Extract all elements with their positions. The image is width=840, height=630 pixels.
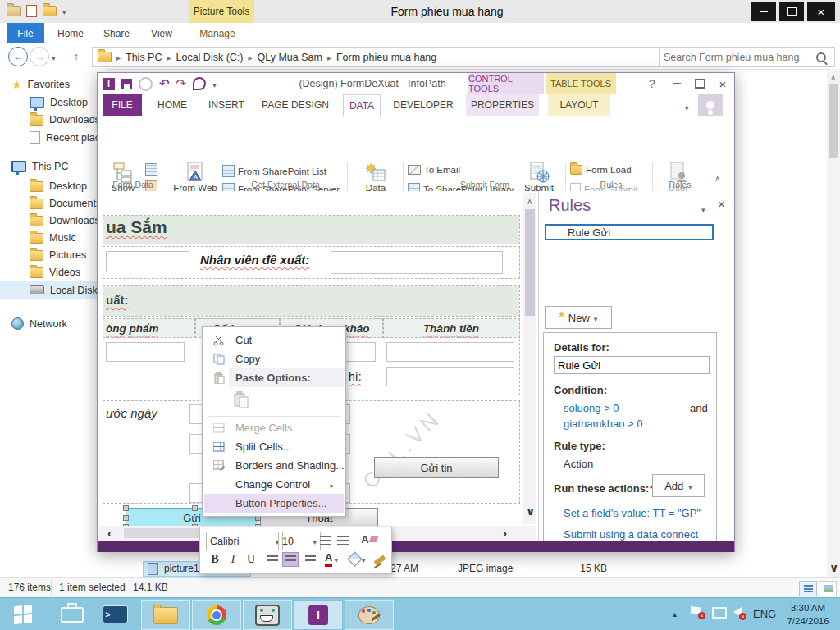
bold-button[interactable]: B (207, 552, 223, 567)
form-load-button[interactable]: Form Load (570, 165, 632, 175)
canvas-vscrollbar[interactable] (523, 193, 536, 524)
tab-file[interactable]: File (7, 23, 44, 43)
menu-item-borders-shading[interactable]: Borders and Shading... (204, 456, 344, 475)
redo-icon[interactable] (176, 76, 187, 91)
align-right-button[interactable] (302, 552, 318, 567)
menu-item-split-cells[interactable]: Split Cells... (204, 437, 344, 456)
font-color-dropdown-icon[interactable] (334, 553, 338, 565)
send-message-button[interactable]: Gửi tin (374, 457, 499, 478)
sidebar-item-documents[interactable]: Documents (30, 198, 101, 209)
action-link-2[interactable]: Submit using a data connect (564, 528, 698, 541)
sidebar-item-local-disk[interactable]: Local Disk (C:) (0, 281, 105, 299)
sidebar-this-pc[interactable]: This PC (11, 161, 68, 172)
explorer-app-icon[interactable] (7, 6, 21, 16)
qat-properties-icon[interactable] (26, 5, 37, 17)
new-rule-button[interactable]: * New (545, 306, 612, 329)
italic-button[interactable]: I (225, 552, 241, 567)
explorer-close-button[interactable] (807, 2, 835, 21)
breadcrumb-local-disk[interactable]: Local Disk (C:) (176, 52, 244, 63)
menu-item-cut[interactable]: Cut (204, 331, 344, 349)
history-dropdown-icon[interactable] (52, 51, 56, 63)
thumbnail-view-button[interactable] (819, 581, 837, 596)
underline-button[interactable]: U (243, 552, 259, 567)
decrease-indent-button[interactable] (317, 532, 333, 547)
search-box[interactable] (660, 47, 835, 67)
infopath-titlebar[interactable]: I (Design) FormDeXuat - InfoPath CONTROL… (98, 73, 734, 94)
employee-left-field[interactable] (106, 251, 189, 272)
up-button[interactable] (67, 47, 85, 65)
tab-ip-data[interactable]: DATA (343, 94, 381, 116)
condition-link-2[interactable]: giathamkhao > 0 (564, 418, 642, 430)
form-header-band[interactable]: ua Sắm (103, 216, 519, 244)
menu-item-change-control[interactable]: Change Control (204, 475, 344, 494)
sidebar-item-desktop[interactable]: Desktop (30, 97, 88, 108)
add-action-button[interactable]: Add (652, 474, 705, 497)
action-link-1[interactable]: Set a field's value: TT = "GP" (564, 507, 701, 519)
scrollbar-thumb[interactable] (829, 84, 838, 158)
qat-dropdown-icon[interactable] (212, 78, 217, 90)
ribbon-options-icon[interactable] (685, 101, 689, 113)
details-view-button[interactable] (799, 581, 817, 596)
sidebar-item-pc-desktop[interactable]: Desktop (30, 180, 87, 192)
search-icon[interactable] (816, 52, 826, 62)
refresh-fields-icon[interactable] (145, 163, 158, 176)
breadcrumb-form-phieu[interactable]: Form phieu mua hang (336, 52, 436, 63)
tab-manage[interactable]: Manage (192, 23, 243, 43)
taskbar-toolbox-button[interactable] (54, 598, 90, 630)
sidebar-item-pc-downloads[interactable]: Downloads (30, 215, 100, 226)
font-name-combo[interactable]: Calibri (206, 532, 283, 550)
undo-icon[interactable] (159, 76, 170, 91)
condition-link-1[interactable]: soluong > 0 (564, 402, 619, 414)
menu-item-copy[interactable]: Copy (204, 349, 344, 368)
qat-newfolder-icon[interactable] (43, 6, 57, 16)
breadcrumb-qly-mua-sam[interactable]: QLy Mua Sam (258, 52, 322, 63)
hscroll-right-icon[interactable] (503, 526, 507, 540)
tab-ip-file[interactable]: FILE (103, 94, 142, 116)
increase-indent-button[interactable] (335, 532, 351, 547)
infopath-minimize-button[interactable] (667, 75, 687, 93)
menu-item-button-properties[interactable]: Button Properties... (204, 494, 344, 513)
canvas-vthumb[interactable] (525, 209, 535, 316)
home-icon[interactable] (139, 77, 153, 91)
explorer-titlebar[interactable]: Picture Tools Form phieu mua hang (0, 0, 840, 24)
align-left-button[interactable] (264, 552, 281, 567)
fee-field[interactable] (386, 367, 514, 386)
tab-ip-layout[interactable]: LAYOUT (548, 94, 610, 116)
clock[interactable]: 3:30 AM 7/24/2016 (781, 601, 835, 628)
language-indicator[interactable]: ENG (753, 608, 776, 620)
user-avatar[interactable] (698, 94, 723, 116)
explorer-scrollbar[interactable] (827, 69, 840, 577)
taskbar-infopath-button[interactable]: I (294, 600, 343, 630)
format-painter-button[interactable] (374, 553, 386, 565)
tab-ip-developer[interactable]: DEVELOPER (390, 94, 457, 116)
sidebar-network[interactable]: Network (11, 317, 67, 330)
tab-share[interactable]: Share (97, 23, 136, 43)
pane-close-icon[interactable] (718, 198, 725, 211)
align-center-button[interactable] (282, 552, 299, 567)
form-section-band[interactable]: uất: (103, 286, 519, 316)
pane-options-icon[interactable] (701, 203, 705, 215)
shading-button[interactable] (349, 553, 366, 565)
search-input[interactable] (660, 52, 816, 63)
from-sharepoint-list-button[interactable]: From SharePoint List (222, 165, 326, 177)
sidebar-item-downloads[interactable]: Downloads (30, 114, 100, 126)
clear-formatting-button[interactable]: A (361, 532, 377, 546)
rule-list-item[interactable]: Rule Gửi (545, 224, 714, 240)
help-button[interactable]: ? (642, 75, 662, 93)
taskbar-explorer-button[interactable] (141, 600, 190, 630)
explorer-maximize-button[interactable] (779, 2, 804, 21)
font-size-combo[interactable]: 10 (278, 532, 321, 550)
taskbar-powershell-button[interactable]: >_ (97, 598, 133, 630)
taskbar-app-button[interactable] (243, 600, 292, 630)
picture-tools-tab[interactable]: Picture Tools (189, 0, 254, 23)
sidebar-item-recent-places[interactable]: Recent places (30, 131, 105, 144)
total-field[interactable] (386, 342, 514, 362)
tab-ip-home[interactable]: HOME (150, 94, 194, 116)
tray-expand-icon[interactable]: ▴ (673, 609, 677, 619)
sidebar-item-music[interactable]: Music (30, 232, 76, 244)
network-tray-icon[interactable] (712, 607, 727, 619)
infopath-close-button[interactable] (713, 75, 733, 93)
hscroll-left-icon[interactable] (107, 526, 112, 540)
design-checker-icon[interactable] (193, 77, 206, 90)
breadcrumb-this-pc[interactable]: This PC (126, 52, 162, 63)
